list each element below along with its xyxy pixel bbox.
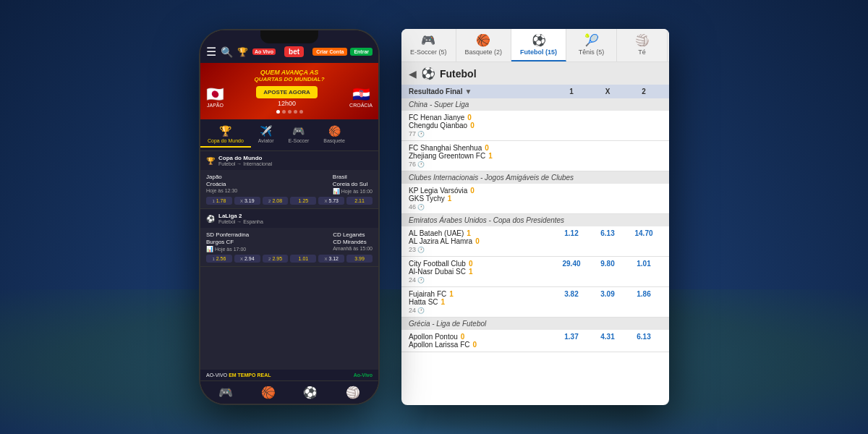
tab-futebol[interactable]: ⚽ Futebol (15) [511, 29, 566, 61]
odd-laliga-5[interactable]: 3.99 [346, 255, 373, 263]
odd-shanghai-2: - [626, 144, 662, 152]
tab-extra[interactable]: 🏐 Té [617, 29, 668, 61]
live-right-text[interactable]: Ao-Vivo [354, 373, 373, 378]
sport-basquete[interactable]: 🏀 Basquete [316, 122, 352, 148]
odd-laliga-4[interactable]: X 3.12 [318, 255, 344, 263]
bottom-esoccer-icon[interactable]: 🎮 [218, 386, 233, 399]
back-arrow-icon[interactable]: ◀ [409, 68, 417, 80]
fujairah-odds: 3.82 3.09 1.86 [553, 290, 662, 298]
albataeh-teams-col: AL Bataeh (UAE) 1 AL Jazira AL Hamra 0 2… [409, 229, 553, 253]
odd-apollon-1[interactable]: 1.37 [553, 333, 590, 341]
legia-odds: - - - [553, 187, 662, 195]
odd-fujairah-2[interactable]: 1.86 [626, 290, 662, 298]
odd-albataeh-1[interactable]: 1.12 [553, 229, 590, 237]
entrar-button[interactable]: Entrar [350, 48, 373, 56]
clock-icon-3: 🕐 [417, 204, 425, 210]
legia-score: 0 [470, 187, 475, 195]
odd-fujairah-x[interactable]: 3.09 [590, 290, 626, 298]
sport-aviator[interactable]: ✈️ Aviator [251, 122, 281, 148]
odd-btn-1[interactable]: 1 1.78 [206, 197, 232, 205]
clock-icon-5: 🕐 [417, 277, 425, 284]
tab-tenis[interactable]: 🎾 Tênis (5) [566, 29, 617, 61]
fujairah-min: 24 [409, 307, 416, 314]
match-list: 🏆 Copa do Mundo Futebol → Internacional … [200, 151, 378, 370]
match-row: Japão Croácia Hoje às 12:30 Brasil Corei… [200, 170, 378, 209]
odd-albataeh-2[interactable]: 14.70 [626, 229, 662, 237]
clock-icon: 🕐 [417, 131, 425, 137]
esoccer-icon: 🎮 [292, 125, 305, 137]
match-team-left: Japão Croácia Hoje às 12:30 [206, 174, 237, 195]
match-time: 12h00 [278, 100, 296, 107]
panel-match-shanghai: FC Shanghai Shenhua 0 Zhejiang Greentown… [401, 141, 669, 171]
team-mirandes: CD Mirandés [333, 239, 373, 245]
odd-btn-5[interactable]: 2.11 [346, 197, 373, 205]
aviator-icon: ✈️ [260, 125, 272, 137]
apollon-teams-col: Apollon Pontou 0 Apollon Larissa FC 0 [409, 333, 553, 349]
tab-esoccer[interactable]: 🎮 E-Soccer (5) [401, 29, 456, 61]
bottom-basquete-icon[interactable]: 🏀 [261, 386, 276, 399]
league-laliga-icon: ⚽ [206, 215, 215, 223]
dot-4 [294, 110, 297, 114]
panel-match-city: City Football Club 0 Al-Nasr Dubai SC 1 … [401, 257, 669, 287]
odd-henan-2: - [626, 114, 662, 122]
odd-laliga-2[interactable]: 2 2.95 [263, 255, 289, 263]
albataeh-score: 1 [467, 229, 471, 237]
league-sub: Futebol → Internacional [218, 161, 272, 166]
odd-city-x[interactable]: 9.80 [590, 260, 626, 268]
odd-apollon-2[interactable]: 6.13 [626, 333, 662, 341]
aposte-agora-button[interactable]: APOSTE AGORA [256, 86, 318, 98]
th-result[interactable]: Resultado Final ▼ [409, 88, 553, 95]
banner-teams: 🇯🇵 JAPÃO APOSTE AGORA 12h00 🇭🇷 CROÁCIA [206, 85, 373, 108]
league-china: China - Super Liga [401, 98, 669, 111]
alnasr-score: 1 [469, 268, 473, 276]
match-odds-laliga: 1 2.56 X 2.94 2 2.95 1.01 X 3.12 3.99 [206, 255, 373, 263]
odd-albataeh-x[interactable]: 6.13 [590, 229, 626, 237]
criar-conta-button[interactable]: Criar Conta [312, 48, 347, 56]
team-albataeh: AL Bataeh (UAE) 1 [409, 229, 553, 237]
odd-btn-3[interactable]: 1.25 [290, 197, 316, 205]
league-laliga2[interactable]: ⚽ LaLiga 2 Futebol → Espanha [200, 209, 378, 228]
fujairah-score: 1 [449, 290, 454, 298]
bottom-volleyball-icon[interactable]: 🏐 [346, 386, 360, 399]
croatia-flag: 🇭🇷 [352, 85, 370, 103]
bottom-soccer-icon[interactable]: ⚽ [303, 386, 318, 399]
sport-copa-mundo[interactable]: 🏆 Copa do Mundo [200, 122, 251, 148]
shanghai-odds: - - - [553, 144, 662, 152]
team-fujairah: Fujairah FC 1 [409, 290, 553, 298]
odd-henan-x: - [590, 114, 626, 122]
laliga-name: LaLiga 2 [218, 213, 263, 219]
league-copa-mundo[interactable]: 🏆 Copa do Mundo Futebol → Internacional [200, 151, 378, 170]
match-teams-laliga: SD Ponferradina Burgos CF 📊 Hoje às 17:0… [206, 231, 373, 252]
dropdown-arrow-icon: ▼ [464, 88, 472, 95]
team-zhejiang: Zhejiang Greentown FC 1 [409, 152, 553, 160]
odd-btn-2[interactable]: 2 2.08 [263, 197, 289, 205]
japan-flag: 🇯🇵 [206, 85, 224, 103]
odd-city-1[interactable]: 29.40 [553, 260, 590, 268]
odd-city-2[interactable]: 1.01 [626, 260, 662, 268]
team-apollon-larissa: Apollon Larissa FC 0 [409, 341, 553, 349]
odd-laliga-1[interactable]: 1 2.56 [206, 255, 232, 263]
sports-navigation: 🏆 Copa do Mundo ✈️ Aviator 🎮 E-Soccer 🏀 … [200, 119, 378, 151]
aljazira-score: 0 [475, 237, 480, 245]
odd-btn-4[interactable]: X 5.73 [318, 197, 344, 205]
hatta-score: 1 [441, 298, 446, 306]
city-score: 0 [469, 260, 473, 268]
promo-banner: QUEM AVANÇA AS QUARTAS DO MUNDIAL? 🇯🇵 JA… [200, 63, 378, 119]
match-odds: 1 1.78 X 3.19 2 2.08 1.25 X 5.73 2.11 [206, 197, 373, 205]
shanghai-score: 0 [485, 144, 489, 152]
odd-fujairah-1[interactable]: 3.82 [553, 290, 590, 298]
odd-henan-1: - [553, 114, 590, 122]
match-apollon-teams: Apollon Pontou 0 Apollon Larissa FC 0 1.… [409, 333, 662, 349]
odd-laliga-x[interactable]: X 2.94 [234, 255, 260, 263]
odd-btn-x[interactable]: X 3.19 [234, 197, 260, 205]
search-icon[interactable]: 🔍 [221, 46, 233, 58]
menu-icon[interactable]: ☰ [206, 45, 216, 59]
odd-apollon-x[interactable]: 4.31 [590, 333, 626, 341]
zhejiang-score: 1 [488, 152, 493, 160]
panel-match-legia: KP Legia Varsóvia 0 GKS Tychy 1 46 🕐 - - [401, 184, 669, 214]
phone-notch [260, 30, 318, 43]
sport-esoccer[interactable]: 🎮 E-Soccer [281, 122, 317, 148]
tab-basquete[interactable]: 🏀 Basquete (2) [456, 29, 512, 61]
odd-laliga-3[interactable]: 1.01 [290, 255, 316, 263]
league-laliga-info: LaLiga 2 Futebol → Espanha [218, 213, 263, 224]
